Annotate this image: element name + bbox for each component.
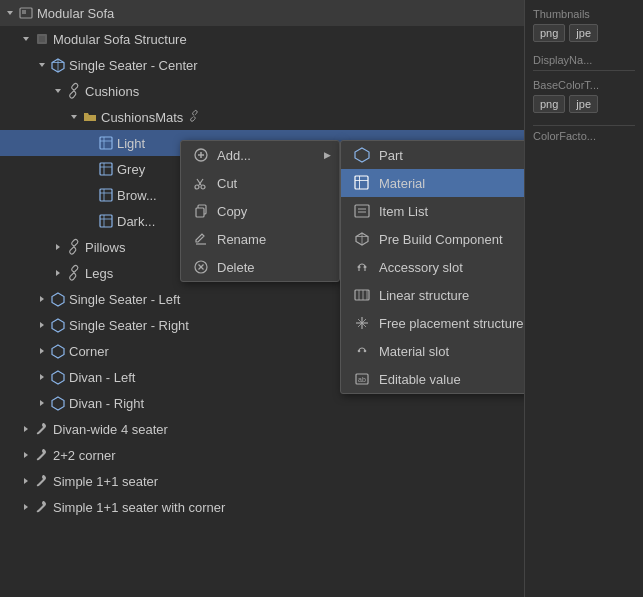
chevron-right-icon <box>36 345 48 357</box>
wrench-icon <box>34 421 50 437</box>
cube-right-icon <box>50 317 66 333</box>
22corner-label: 2+2 corner <box>53 448 116 463</box>
svg-marker-55 <box>355 148 369 162</box>
png-button[interactable]: png <box>533 24 565 42</box>
cube-divan-left-icon <box>50 369 66 385</box>
material-sm-icon <box>353 174 371 192</box>
chevron-right-icon <box>20 501 32 513</box>
context-menu-delete[interactable]: Delete <box>181 253 339 281</box>
svg-rect-2 <box>22 10 26 14</box>
light-label: Light <box>117 136 145 151</box>
context-menu-rename[interactable]: Rename <box>181 225 339 253</box>
svg-marker-3 <box>23 37 29 41</box>
chevron-right-icon <box>36 293 48 305</box>
svg-rect-18 <box>100 189 112 201</box>
jpeg-button2[interactable]: jpe <box>569 95 598 113</box>
submenu-editable[interactable]: ab Editable value <box>341 365 525 393</box>
displayname-section: DisplayNa... <box>533 54 635 71</box>
chevron-down-icon <box>36 59 48 71</box>
thumbnail-label: Thumbnails <box>533 8 635 20</box>
svg-text:ab: ab <box>358 376 366 383</box>
svg-point-45 <box>195 185 199 189</box>
svg-rect-5 <box>39 36 45 42</box>
submenu-itemlist[interactable]: Item List <box>341 197 525 225</box>
tree-simple-11[interactable]: Simple 1+1 seater <box>0 468 524 494</box>
submenu-prebuild[interactable]: Pre Build Component <box>341 225 525 253</box>
context-menu-cut[interactable]: Cut <box>181 169 339 197</box>
material-icon <box>98 135 114 151</box>
displayname-label: DisplayNa... <box>533 54 635 71</box>
single-left-label: Single Seater - Left <box>69 292 180 307</box>
wrench-icon4 <box>34 499 50 515</box>
tree-single-center[interactable]: Single Seater - Center <box>0 52 524 78</box>
structure-icon <box>34 31 50 47</box>
chevron-right-icon <box>20 423 32 435</box>
submenu-part[interactable]: Part <box>341 141 525 169</box>
accessory-icon <box>353 258 371 276</box>
tree-root-label: Modular Sofa <box>37 6 114 21</box>
cube-corner-icon <box>50 343 66 359</box>
chevron-right-icon <box>52 241 64 253</box>
submenu-accessory[interactable]: Accessory slot <box>341 253 525 281</box>
png-button2[interactable]: png <box>533 95 565 113</box>
submenu-freeplacement[interactable]: Free placement structure <box>341 309 525 337</box>
context-menu-copy[interactable]: Copy <box>181 197 339 225</box>
materialslot-icon <box>353 342 371 360</box>
material-label: Material <box>379 176 425 191</box>
tree-cushions[interactable]: Cushions <box>0 78 524 104</box>
tree-22corner[interactable]: 2+2 corner <box>0 442 524 468</box>
context-menu-add[interactable]: Add... <box>181 141 339 169</box>
freeplacement-icon <box>353 314 371 332</box>
svg-point-76 <box>358 350 361 353</box>
chevron-right-icon <box>20 449 32 461</box>
svg-marker-31 <box>52 319 64 332</box>
tree-structure[interactable]: Modular Sofa Structure <box>0 26 524 52</box>
chevron-right-icon <box>20 475 32 487</box>
svg-rect-59 <box>355 205 369 217</box>
tree-cushionsmats[interactable]: CushionsMats <box>0 104 524 130</box>
divan-wide-label: Divan-wide 4 seater <box>53 422 168 437</box>
dark-label: Dark... <box>117 214 155 229</box>
root-icon <box>18 5 34 21</box>
svg-rect-15 <box>100 163 112 175</box>
prebuild-icon <box>353 230 371 248</box>
basecolor-label: BaseColorT... <box>533 79 635 91</box>
svg-rect-50 <box>196 208 204 217</box>
grey-label: Grey <box>117 162 145 177</box>
corner-label: Corner <box>69 344 109 359</box>
svg-marker-10 <box>71 115 77 119</box>
folder-icon <box>82 109 98 125</box>
divan-left-label: Divan - Left <box>69 370 135 385</box>
submenu-materialslot[interactable]: Material slot <box>341 337 525 365</box>
link-legs-icon <box>66 265 82 281</box>
brow-label: Brow... <box>117 188 157 203</box>
add-icon <box>193 147 209 163</box>
submenu: Part Material Item List Pre Build Compon… <box>340 140 525 394</box>
add-label: Add... <box>217 148 251 163</box>
svg-marker-33 <box>52 345 64 358</box>
submenu-linear[interactable]: Linear structure <box>341 281 525 309</box>
svg-marker-32 <box>40 348 44 354</box>
chevron-right-icon <box>36 371 48 383</box>
submenu-material[interactable]: Material <box>341 169 525 197</box>
basecolor-section: BaseColorT... png jpe <box>533 79 635 113</box>
tree-root[interactable]: Modular Sofa <box>0 0 524 26</box>
wrench-icon2 <box>34 447 50 463</box>
basecolor-buttons: png jpe <box>533 95 635 113</box>
itemlist-label: Item List <box>379 204 428 219</box>
freeplacement-label: Free placement structure <box>379 316 524 331</box>
tree-divan-wide[interactable]: Divan-wide 4 seater <box>0 416 524 442</box>
svg-marker-34 <box>40 374 44 380</box>
wrench-icon3 <box>34 473 50 489</box>
jpeg-button[interactable]: jpe <box>569 24 598 42</box>
svg-marker-41 <box>24 504 28 510</box>
chevron-down-icon <box>4 7 16 19</box>
svg-marker-8 <box>55 89 61 93</box>
accessory-label: Accessory slot <box>379 260 463 275</box>
tree-panel: Modular Sofa Modular Sofa Structure Sing… <box>0 0 525 597</box>
prebuild-label: Pre Build Component <box>379 232 503 247</box>
simple-11-label: Simple 1+1 seater <box>53 474 158 489</box>
tree-simple-11-corner[interactable]: Simple 1+1 seater with corner <box>0 494 524 520</box>
material-icon4 <box>98 213 114 229</box>
material-icon3 <box>98 187 114 203</box>
